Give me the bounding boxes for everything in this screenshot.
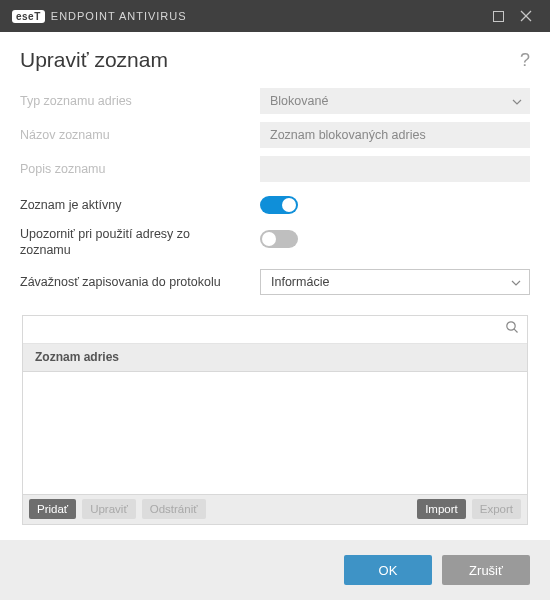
list-toolbar: Pridať Upraviť Odstrániť Import Export xyxy=(23,494,527,524)
list-search-row xyxy=(23,316,527,344)
list-name-input xyxy=(260,122,530,148)
close-icon xyxy=(520,10,532,22)
maximize-button[interactable] xyxy=(484,2,512,30)
page-title: Upraviť zoznam xyxy=(20,48,168,72)
list-column-header: Zoznam adries xyxy=(23,344,527,372)
svg-line-4 xyxy=(514,329,517,332)
help-button[interactable]: ? xyxy=(520,50,530,71)
severity-value: Informácie xyxy=(271,275,329,289)
logo-badge: eseT xyxy=(12,10,45,23)
chevron-down-icon xyxy=(512,94,522,108)
svg-rect-0 xyxy=(493,11,503,21)
list-active-label: Zoznam je aktívny xyxy=(20,198,260,212)
severity-label: Závažnosť zapisovania do protokolu xyxy=(20,275,260,289)
close-button[interactable] xyxy=(512,2,540,30)
app-logo: eseT ENDPOINT ANTIVIRUS xyxy=(12,10,187,23)
list-name-label: Názov zoznamu xyxy=(20,128,260,142)
severity-dropdown[interactable]: Informácie xyxy=(260,269,530,295)
address-type-label: Typ zoznamu adries xyxy=(20,94,260,108)
ok-button[interactable]: OK xyxy=(344,555,432,585)
edit-button: Upraviť xyxy=(82,499,136,519)
export-button: Export xyxy=(472,499,521,519)
list-active-toggle[interactable] xyxy=(260,196,298,214)
import-button[interactable]: Import xyxy=(417,499,466,519)
square-icon xyxy=(493,11,504,22)
address-type-dropdown: Blokované xyxy=(260,88,530,114)
svg-point-3 xyxy=(507,322,515,330)
list-description-input xyxy=(260,156,530,182)
delete-button: Odstrániť xyxy=(142,499,206,519)
logo-text: ENDPOINT ANTIVIRUS xyxy=(51,10,187,22)
notify-label: Upozorniť pri použití adresy zo zoznamu xyxy=(20,226,260,259)
list-description-label: Popis zoznamu xyxy=(20,162,260,176)
add-button[interactable]: Pridať xyxy=(29,499,76,519)
dialog-footer: OK Zrušiť xyxy=(0,540,550,600)
address-listbox: Zoznam adries Pridať Upraviť Odstrániť I… xyxy=(22,315,528,525)
notify-toggle[interactable] xyxy=(260,230,298,248)
address-type-value: Blokované xyxy=(270,94,328,108)
cancel-button[interactable]: Zrušiť xyxy=(442,555,530,585)
titlebar: eseT ENDPOINT ANTIVIRUS xyxy=(0,0,550,32)
chevron-down-icon xyxy=(511,275,521,289)
list-search-input[interactable] xyxy=(31,316,505,343)
list-body[interactable] xyxy=(23,372,527,494)
search-icon xyxy=(505,320,519,338)
